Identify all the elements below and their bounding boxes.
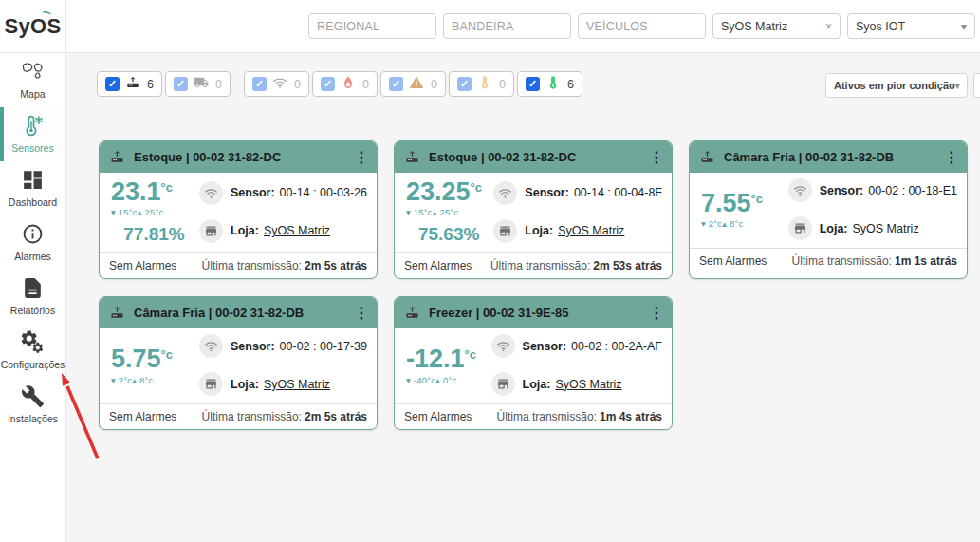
dashboard-icon (21, 168, 45, 196)
sensor-card-title: Câmara Fria | 00-02 31-82-DB (134, 306, 352, 320)
filter-chip-wifi[interactable]: ✓ 0 (244, 71, 309, 97)
edge-partial-select[interactable]: ▾ (973, 73, 980, 98)
sensor-card: Estoque | 00-02 31-82-DC ⋮ 23.25°c ▾ 15°… (394, 140, 673, 279)
min-arrow-icon: ▾ (111, 207, 116, 217)
kebab-menu-icon[interactable]: ⋮ (352, 150, 371, 165)
temperature-value: 7.55°c (701, 190, 786, 216)
sidebar-item-instalacoes[interactable]: Instalações (0, 378, 65, 432)
chip-checkbox[interactable]: ✓ (321, 77, 335, 91)
info-block: Sensor: 00-02 : 00-2A-AF Loja: SyOS Matr… (490, 334, 662, 396)
sensor-card-body: 7.55°c ▾ 2°c▴ 8°c Sensor: 00-02 : 00-18-… (690, 173, 967, 248)
filter-chip-truck[interactable]: ✓ 0 (165, 71, 231, 97)
sensor-label: Sensor: (231, 186, 275, 199)
veiculos-filter-input[interactable] (578, 13, 706, 39)
kebab-menu-icon[interactable]: ⋮ (942, 150, 961, 165)
sensor-info-row: Sensor: 00-14 : 00-04-8F (493, 181, 662, 205)
min-arrow-icon: ▾ (406, 207, 411, 217)
filter-chip-warning[interactable]: ✓ 0 (380, 71, 446, 97)
chip-count: 0 (293, 78, 301, 91)
logo-accent-icon (42, 9, 52, 17)
sensor-card-body: 5.75°c ▾ 2°c▴ 8°c Sensor: 00-02 : 00-17-… (100, 328, 377, 403)
sidebar-item-label: Relatórios (10, 305, 55, 316)
info-block: Sensor: 00-14 : 00-04-8F Loja: SyOS Matr… (491, 181, 662, 243)
sensor-card-title: Freezer | 00-02 31-9E-85 (429, 306, 647, 320)
chevron-down-icon: ▾ (957, 20, 967, 33)
chip-checkbox[interactable]: ✓ (526, 77, 540, 91)
filter-chip-fire[interactable]: ✓ 0 (312, 71, 378, 97)
store-icon (204, 224, 218, 238)
alarm-status: Sem Alarmes (109, 410, 176, 423)
range-max-value: 8°c (730, 218, 743, 229)
iot-filter-select[interactable]: Syos IOT ▾ (847, 13, 975, 39)
store-label: Loja: (231, 378, 259, 391)
sidebar-item-configuracoes[interactable]: Configurações (0, 324, 65, 378)
store-link[interactable]: SyOS Matriz (853, 222, 919, 235)
temperature-value: -12.1°c (406, 346, 490, 372)
filter-chips-row: ✓ 6 ✓ 0 ✓ 0 ✓ 0 ✓ 0 ✓ 0 ✓ 6 (97, 71, 585, 97)
sensor-card-header: Estoque | 00-02 31-82-DC ⋮ (100, 141, 377, 173)
sidebar-item-mapa[interactable]: Mapa (0, 53, 65, 107)
gateway-icon (109, 149, 125, 165)
matriz-filter-select[interactable]: SyOS Matriz × (712, 13, 841, 39)
sensor-label: Sensor: (523, 340, 567, 353)
chip-checkbox[interactable]: ✓ (105, 77, 120, 91)
store-icon (496, 377, 510, 391)
sidebar-item-relatorios[interactable]: Relatórios (0, 270, 65, 324)
store-link[interactable]: SyOS Matriz (555, 378, 621, 391)
sidebar-item-label: Configurações (1, 359, 65, 370)
chip-checkbox[interactable]: ✓ (457, 77, 472, 91)
chevron-down-icon: ▾ (955, 81, 960, 91)
thermometer-cold-icon (545, 77, 561, 93)
temperature-range: ▾ 15°c▴ 25°c (111, 207, 197, 217)
chip-checkbox[interactable]: ✓ (389, 77, 403, 91)
humidity-value: 77.81% (111, 224, 197, 245)
store-link[interactable]: SyOS Matriz (558, 224, 624, 237)
sort-select-value: Ativos em pior condição (834, 80, 955, 91)
sort-select[interactable]: Ativos em pior condição ▾ (825, 73, 968, 98)
store-link[interactable]: SyOS Matriz (264, 224, 330, 237)
logo-box: SyOS (0, 0, 66, 52)
topbar-filters: SyOS Matriz × Syos IOT ▾ (308, 13, 975, 39)
wifi-icon (272, 77, 287, 93)
sidebar-item-alarmes[interactable]: Alarmes (0, 215, 65, 270)
truck-icon (194, 77, 209, 93)
max-arrow-icon: ▴ (435, 375, 440, 385)
chip-checkbox[interactable]: ✓ (252, 77, 267, 91)
temperature-unit: °c (471, 180, 482, 195)
chip-count: 0 (361, 78, 369, 91)
sidebar-item-dashboard[interactable]: Dashboard (0, 161, 65, 215)
max-arrow-icon: ▴ (132, 375, 137, 385)
range-min-value: 15°c (414, 207, 433, 217)
last-transmission: Última transmissão:2m 53s atrás (490, 259, 662, 272)
sensor-id-value: 00-02 : 00-2A-AF (571, 340, 662, 353)
kebab-menu-icon[interactable]: ⋮ (352, 306, 371, 321)
info-block: Sensor: 00-02 : 00-18-E1 Loja: SyOS Matr… (786, 178, 957, 240)
sensor-card-footer: Sem Alarmes Última transmissão:1m 1s atr… (690, 248, 967, 273)
chip-count: 0 (214, 78, 222, 91)
temperature-range: ▾ 2°c▴ 8°c (701, 218, 786, 229)
gateway-icon (404, 149, 420, 165)
sensor-id-value: 00-02 : 00-18-E1 (868, 184, 957, 197)
temperature-range: ▾ 15°c▴ 25°c (406, 207, 491, 217)
sensor-card-title: Estoque | 00-02 31-82-DC (429, 150, 647, 164)
filter-chip-thermometer-cold[interactable]: ✓ 6 (517, 71, 582, 97)
bandeira-filter-input[interactable] (443, 13, 571, 39)
filter-chip-gateway[interactable]: ✓ 6 (97, 71, 162, 97)
sidebar-item-sensores[interactable]: Sensores (0, 107, 65, 161)
kebab-menu-icon[interactable]: ⋮ (647, 150, 666, 165)
regional-filter-input[interactable] (308, 13, 436, 39)
clear-icon[interactable]: × (822, 20, 832, 33)
matriz-filter-value: SyOS Matriz (721, 20, 822, 33)
sidebar-item-label: Instalações (8, 413, 58, 424)
sensor-label: Sensor: (231, 340, 275, 353)
settings-icon (21, 330, 45, 358)
temperature-unit: °c (161, 347, 173, 362)
store-label: Loja: (525, 224, 553, 237)
alarm-status: Sem Alarmes (109, 259, 176, 272)
info-block: Sensor: 00-14 : 00-03-26 Loja: SyOS Matr… (197, 181, 367, 243)
sensor-info-row: Sensor: 00-02 : 00-17-39 (199, 334, 367, 358)
filter-chip-thermometer-warm[interactable]: ✓ 0 (449, 71, 514, 97)
kebab-menu-icon[interactable]: ⋮ (647, 306, 666, 321)
store-link[interactable]: SyOS Matriz (264, 378, 330, 391)
chip-checkbox[interactable]: ✓ (174, 77, 188, 91)
